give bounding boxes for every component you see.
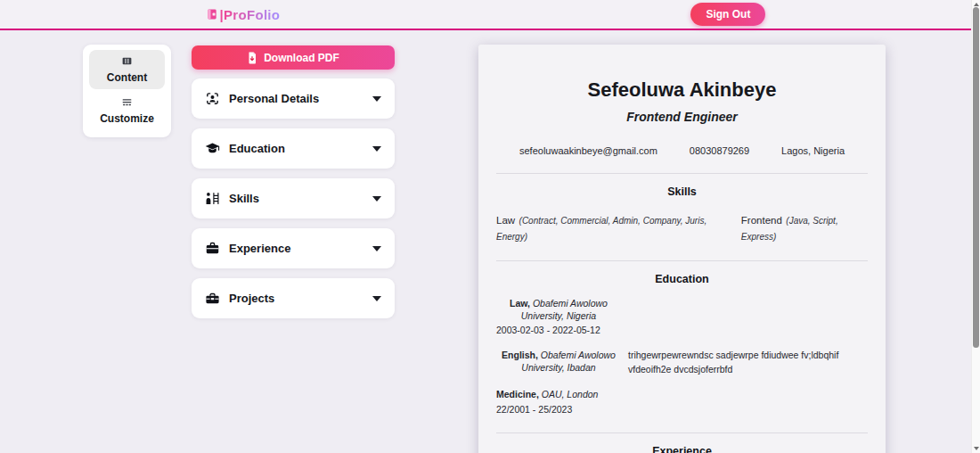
sidebar-item-customize[interactable]: Customize [89, 91, 165, 130]
download-pdf-label: Download PDF [264, 52, 339, 64]
scrollbar-thumb[interactable] [973, 7, 979, 348]
briefcase-icon [205, 241, 220, 256]
skill-name: Frontend [741, 215, 782, 226]
education-degree: English, [502, 350, 538, 360]
section-experience[interactable]: Experience [192, 228, 395, 268]
chevron-down-icon [372, 246, 381, 251]
skill-levels-icon [205, 191, 220, 206]
notebook-icon [206, 8, 218, 21]
sign-out-button[interactable]: Sign Out [690, 3, 765, 26]
education-entry: Law, Obafemi Awolowo University, Nigeria… [496, 297, 868, 337]
chevron-down-icon [372, 196, 381, 202]
section-label: Personal Details [229, 92, 319, 105]
sidebar-item-label: Customize [89, 112, 165, 125]
scrollbar-down-arrow-icon[interactable] [974, 447, 979, 450]
section-personal-details[interactable]: Personal Details [192, 78, 395, 119]
education-degree: Law, [510, 298, 530, 309]
education-degree: Medicine, [496, 389, 539, 399]
toolbox-icon [205, 291, 220, 306]
graduation-cap-icon [205, 141, 220, 156]
resume-location: Lagos, Nigeria [781, 145, 845, 156]
skills-list: Law (Contract, Commercial, Admin, Compan… [496, 211, 868, 243]
chevron-down-icon [372, 96, 381, 102]
sidebar-item-label: Content [89, 71, 165, 84]
resume-preview: Sefeoluwa Akinbeye Frontend Engineer sef… [478, 45, 886, 453]
sidebar-item-content[interactable]: Content [89, 50, 165, 89]
app-logo[interactable]: |ProFolio [206, 7, 281, 22]
editor-column: Download PDF Personal Details Education [192, 45, 395, 318]
education-description [628, 297, 868, 337]
education-entry-left: English, Obafemi Awolowo University, Iba… [496, 349, 621, 377]
sliders-icon [121, 96, 133, 108]
user-focus-icon [205, 91, 220, 106]
section-label: Skills [229, 192, 259, 205]
education-entry-title: Law, Obafemi Awolowo University, Nigeria [496, 297, 621, 322]
resume-contact-row: sefeoluwaakinbeye@gmail.com 08030879269 … [496, 145, 868, 156]
resume-name: Sefeoluwa Akinbeye [496, 78, 868, 102]
skills-heading: Skills [496, 185, 868, 198]
resume-job-title: Frontend Engineer [496, 110, 868, 124]
divider [496, 260, 868, 261]
app-header: |ProFolio Sign Out [0, 0, 971, 30]
section-label: Projects [229, 292, 274, 305]
skill-item: Frontend (Java, Script, Express) [741, 211, 868, 243]
education-date: 2003-02-03 - 2022-05-12 [496, 325, 621, 337]
resume-email: sefeoluwaakinbeye@gmail.com [519, 145, 657, 156]
education-entry-title: English, Obafemi Awolowo University, Iba… [496, 349, 621, 374]
file-download-icon [247, 52, 257, 64]
education-description: trihgewrpewrewndsc sadjewrpe fdiudwee fv… [628, 349, 868, 377]
experience-heading: Experience [496, 445, 868, 453]
section-label: Education [229, 142, 285, 155]
section-skills[interactable]: Skills [192, 178, 395, 218]
section-education[interactable]: Education [192, 128, 395, 169]
education-heading: Education [496, 273, 868, 285]
education-entry-title: Medicine, OAU, London [496, 388, 621, 400]
scrollbar-up-arrow-icon[interactable] [974, 3, 979, 6]
education-entry: Medicine, OAU, London 22/2001 - 25/2023 [496, 388, 868, 416]
sidebar: Content Customize [83, 45, 171, 137]
education-institution: OAU, London [542, 389, 599, 399]
education-institution: Obafemi Awolowo University, Nigeria [521, 298, 608, 321]
divider [496, 432, 868, 433]
education-entry-left: Medicine, OAU, London 22/2001 - 25/2023 [496, 388, 621, 416]
download-pdf-button[interactable]: Download PDF [192, 45, 395, 70]
logo-text: |ProFolio [220, 7, 281, 22]
education-description [628, 388, 868, 416]
skill-detail: (Contract, Commercial, Admin, Company, J… [496, 216, 706, 242]
education-date: 22/2001 - 25/2023 [496, 404, 621, 416]
divider [496, 173, 868, 174]
window-scrollbar[interactable] [971, 0, 980, 453]
resume-phone: 08030879269 [690, 145, 749, 156]
panel-icon [121, 55, 133, 67]
skill-item: Law (Contract, Commercial, Admin, Compan… [496, 211, 726, 243]
chevron-down-icon [372, 146, 381, 152]
section-label: Experience [229, 242, 290, 255]
education-entry-left: Law, Obafemi Awolowo University, Nigeria… [496, 297, 621, 337]
chevron-down-icon [372, 296, 381, 301]
education-entry: English, Obafemi Awolowo University, Iba… [496, 349, 868, 377]
skill-name: Law [496, 215, 515, 226]
section-projects[interactable]: Projects [192, 278, 395, 318]
